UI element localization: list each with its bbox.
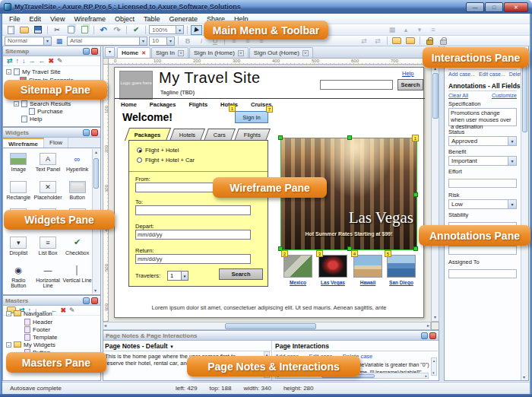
- scrollbar-thumb[interactable]: [432, 73, 439, 119]
- annotation-badge[interactable]: 7: [266, 106, 273, 113]
- annotation-badge[interactable]: 4: [351, 250, 358, 257]
- zoom-select[interactable]: 100%▾: [149, 25, 184, 34]
- canvas-vertical-scrollbar[interactable]: ▴ ▾: [431, 65, 439, 322]
- align-top-icon[interactable]: ▴: [400, 25, 412, 35]
- move-up-icon[interactable]: ↑: [16, 57, 20, 65]
- header-search-input[interactable]: [320, 80, 393, 90]
- tab-sign-out-home[interactable]: Sign Out (Home)✕: [249, 47, 313, 58]
- close-button[interactable]: ✕: [504, 2, 528, 12]
- pane-minimize-icon[interactable]: [421, 332, 428, 339]
- edit-master-icon[interactable]: ✎: [69, 306, 75, 314]
- selection-handle[interactable]: [347, 135, 352, 140]
- scroll-left-icon[interactable]: ◂: [104, 322, 111, 329]
- font-size-select[interactable]: 10▾: [149, 37, 175, 46]
- sitemap-item-purchase[interactable]: Purchase: [29, 107, 63, 115]
- tab-list-dropdown-icon[interactable]: ▾: [105, 47, 115, 57]
- widget-checkbox[interactable]: ✔Checkbox: [62, 233, 92, 261]
- annotation-badge[interactable]: 1: [229, 105, 236, 112]
- masters-item-navigation[interactable]: - Navigation: [6, 310, 52, 317]
- widget-rectangle[interactable]: Rectangle: [4, 177, 33, 205]
- copy-icon[interactable]: [65, 25, 77, 35]
- font-select[interactable]: Arial▾: [67, 37, 147, 46]
- travelers-droplist[interactable]: 1 ▾: [167, 271, 188, 281]
- sitemap-item-my-travel-site[interactable]: - My Travel Site: [6, 68, 61, 75]
- thumbnail-las-vegas[interactable]: [318, 255, 347, 278]
- return-input[interactable]: [135, 254, 251, 264]
- collapse-icon[interactable]: -: [6, 69, 11, 75]
- edit-page-icon[interactable]: ✎: [57, 57, 63, 65]
- style-select[interactable]: Normal▾: [5, 37, 52, 46]
- pane-minimize-icon[interactable]: [83, 129, 90, 136]
- scrollbar-thumb[interactable]: [522, 64, 527, 132]
- risk-select[interactable]: Low▾: [448, 199, 517, 209]
- delete-master-icon[interactable]: ✖: [61, 306, 67, 314]
- selection-handle[interactable]: [413, 192, 418, 197]
- dropdown-arrow-icon[interactable]: ▾: [508, 137, 516, 145]
- scroll-right-icon[interactable]: ▸: [425, 373, 427, 378]
- help-link[interactable]: Help: [402, 70, 413, 77]
- annotation-badge[interactable]: 1: [412, 135, 419, 141]
- scroll-down-icon[interactable]: ▾: [94, 287, 97, 293]
- import-folder-icon[interactable]: [404, 36, 416, 46]
- align-bottom-icon[interactable]: ▾: [413, 25, 426, 35]
- open-icon[interactable]: [18, 25, 30, 35]
- radio-flight-hotel-car[interactable]: Flight + Hotel + Car: [137, 157, 195, 164]
- layout-icon[interactable]: ▦: [386, 25, 398, 35]
- target-release-field[interactable]: [448, 246, 517, 255]
- widget-radio-button[interactable]: ◉Radio Button: [4, 260, 33, 294]
- pane-close-icon[interactable]: [91, 129, 98, 136]
- status-select[interactable]: Approved▾: [448, 136, 517, 146]
- edit-case-link[interactable]: Edit case...: [479, 71, 505, 77]
- scroll-right-icon[interactable]: ▸: [423, 322, 429, 329]
- undo-icon[interactable]: ↶: [97, 25, 109, 35]
- delete-page-icon[interactable]: ✖: [49, 57, 55, 65]
- tab-sign-in-home[interactable]: Sign In (Home)✕: [189, 47, 249, 58]
- collapse-icon[interactable]: -: [6, 342, 11, 348]
- header-search-button[interactable]: Search: [397, 79, 423, 91]
- menu-wireframe[interactable]: Wireframe: [69, 14, 110, 24]
- radio-selected-icon[interactable]: [137, 148, 142, 153]
- effort-field[interactable]: [448, 179, 517, 188]
- annotation-badge[interactable]: 2: [281, 250, 288, 257]
- dropdown-arrow-icon[interactable]: ▾: [139, 37, 147, 45]
- tab-close-icon[interactable]: ✕: [141, 50, 146, 56]
- scrollbar-thumb[interactable]: [93, 158, 99, 189]
- widget-list-box[interactable]: ≡List Box: [33, 233, 63, 261]
- scroll-down-icon[interactable]: ▾: [523, 374, 525, 380]
- annotation-badge[interactable]: 3: [316, 250, 323, 257]
- thumbnail-san-diego[interactable]: [387, 255, 416, 278]
- widget-droplist[interactable]: ▾Droplist: [4, 233, 33, 261]
- dropdown-arrow-icon[interactable]: ▾: [176, 26, 183, 33]
- add-case-link[interactable]: Add case...: [448, 71, 475, 77]
- pane-close-icon[interactable]: [429, 332, 436, 339]
- scroll-up-icon[interactable]: ▴: [95, 150, 97, 154]
- booking-tab-cars[interactable]: Cars: [204, 129, 236, 141]
- widget-horizontal-line[interactable]: —Horizontal Line: [33, 260, 63, 294]
- paste-icon[interactable]: [78, 25, 90, 35]
- thumbnail-mexico[interactable]: [283, 255, 312, 278]
- specification-field[interactable]: Promotions change when user mouses over …: [448, 108, 517, 126]
- sign-in-button[interactable]: Sign In: [235, 111, 268, 123]
- save-icon[interactable]: [32, 25, 44, 35]
- masters-item-my-widgets[interactable]: - My Widgets: [6, 341, 55, 348]
- booking-tab-hotels[interactable]: Hotels: [169, 129, 205, 141]
- pane-minimize-icon[interactable]: [83, 297, 90, 304]
- export-folder-icon[interactable]: [391, 36, 403, 46]
- logo-placeholder[interactable]: Logo goes here: [119, 71, 153, 100]
- link-san-diego[interactable]: San Diego: [387, 280, 416, 285]
- distribute-icon[interactable]: ≡: [427, 25, 439, 35]
- redo-icon[interactable]: ↷: [111, 25, 123, 35]
- dropdown-arrow-icon[interactable]: ▾: [508, 157, 516, 165]
- site-title[interactable]: My Travel Site: [159, 69, 261, 87]
- to-input[interactable]: [135, 205, 251, 215]
- add-page-icon[interactable]: ⇄: [7, 57, 13, 65]
- menu-generate[interactable]: Generate: [164, 14, 202, 24]
- tab-home[interactable]: Home✕: [117, 47, 150, 58]
- booking-tab-packages[interactable]: Packages: [125, 128, 171, 141]
- pointer-tool-icon[interactable]: [191, 25, 202, 35]
- selection-handle[interactable]: [278, 135, 283, 140]
- scroll-down-icon[interactable]: ▾: [432, 314, 439, 321]
- group-icon[interactable]: ⇄: [358, 36, 370, 46]
- menu-edit[interactable]: Edit: [25, 14, 46, 24]
- move-down-icon[interactable]: ↓: [22, 57, 26, 65]
